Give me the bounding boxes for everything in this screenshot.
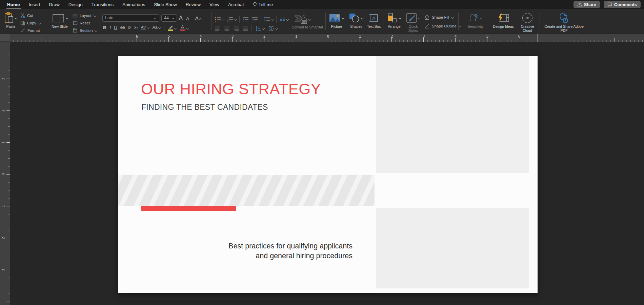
font-name-select[interactable]: Lato <box>102 14 159 22</box>
vertical-ruler[interactable]: 3210123 <box>0 42 10 305</box>
shape-fill-button[interactable]: Shape Fill <box>424 15 461 20</box>
picture-dropdown-chevron[interactable] <box>342 17 344 19</box>
adobe-pdf-button[interactable]: Create and Share Adobe PDF <box>542 12 586 33</box>
menu-tab-draw[interactable]: Draw <box>44 0 64 9</box>
new-slide-button[interactable]: New Slide <box>49 12 70 29</box>
shape-outline-icon <box>424 23 430 28</box>
picture-button[interactable]: Picture <box>327 12 346 29</box>
shape-outline-dropdown-chevron[interactable] <box>459 25 461 27</box>
clear-formatting-button[interactable]: A◇ <box>195 15 202 21</box>
new-slide-icon <box>51 13 65 23</box>
copy-dropdown-chevron[interactable] <box>38 22 41 24</box>
slide-title[interactable]: OUR HIRING STRATEGY <box>141 80 321 98</box>
increase-indent-button[interactable] <box>251 17 258 22</box>
font-color-button[interactable]: A <box>180 25 189 31</box>
numbering-button[interactable]: 123 <box>227 17 237 22</box>
slide-body-text[interactable]: Best practices for qualifying applicants… <box>228 241 353 261</box>
text-highlight-button[interactable] <box>167 25 177 31</box>
font-group-row2: B I U ab x² x₂ AV Aa A <box>103 25 189 32</box>
subscript-button[interactable]: x₂ <box>134 25 138 30</box>
underline-button[interactable]: U <box>114 25 117 30</box>
align-right-button[interactable] <box>233 26 239 31</box>
line-spacing-button[interactable] <box>264 17 274 22</box>
section-dropdown-chevron[interactable] <box>95 29 97 32</box>
layout-button[interactable]: Layout <box>73 13 97 18</box>
h-ruler-label: 4 <box>455 34 457 39</box>
convert-smartart-button[interactable] <box>294 14 311 24</box>
share-button[interactable]: Share <box>573 1 600 8</box>
menu-tab-animations[interactable]: Animations <box>118 0 149 9</box>
copy-button[interactable]: Copy <box>20 20 41 25</box>
reset-icon <box>73 21 78 25</box>
slide-subtitle[interactable]: FINDING THE BEST CANDIDATES <box>141 103 268 112</box>
strikethrough-button[interactable]: ab <box>120 25 125 30</box>
arrange-button[interactable]: Arrange <box>385 12 403 29</box>
menu-tab-insert[interactable]: Insert <box>24 0 45 9</box>
section-button[interactable]: Section <box>73 28 97 33</box>
align-left-button[interactable] <box>215 26 221 31</box>
editing-canvas[interactable]: OUR HIRING STRATEGY FINDING THE BEST CAN… <box>10 42 644 305</box>
menu-tab-tell-me[interactable]: Tell me <box>248 0 278 9</box>
clipboard-group: Cut Copy Format <box>20 13 41 35</box>
menu-tab-slide-show[interactable]: Slide Show <box>149 0 181 9</box>
increase-font-size-button[interactable]: Aˆ <box>179 15 184 21</box>
menu-tab-home[interactable]: Home <box>3 0 24 9</box>
menu-bar: Home Insert Draw Design Transitions Anim… <box>0 0 644 9</box>
menu-tab-view[interactable]: View <box>205 0 224 9</box>
menu-tab-design[interactable]: Design <box>64 0 87 9</box>
arrange-dropdown-chevron[interactable] <box>399 17 401 19</box>
slide-1[interactable]: OUR HIRING STRATEGY FINDING THE BEST CAN… <box>118 56 538 293</box>
slide-bottom-right-placeholder[interactable] <box>376 208 529 288</box>
change-case-button[interactable]: Aa <box>153 25 161 30</box>
text-box-button[interactable]: A Text Box <box>366 12 382 29</box>
italic-button[interactable]: I <box>109 25 111 30</box>
bullets-button[interactable] <box>215 17 224 22</box>
superscript-button[interactable]: x² <box>128 25 131 30</box>
font-size-select[interactable]: 44 <box>161 14 177 22</box>
group-divider <box>193 15 193 21</box>
align-text-button[interactable] <box>268 26 278 31</box>
shape-outline-button[interactable]: Shape Outline <box>424 23 461 28</box>
new-slide-dropdown-chevron[interactable] <box>66 17 68 19</box>
quick-styles-button[interactable]: Quick Styles <box>405 12 422 33</box>
bold-button[interactable]: B <box>103 25 106 30</box>
decrease-font-size-button[interactable]: Aˇ <box>186 15 190 21</box>
menu-tab-review[interactable]: Review <box>181 0 205 9</box>
slides-group: Layout Reset Section <box>73 13 97 35</box>
layout-dropdown-chevron[interactable] <box>94 14 96 17</box>
paste-dropdown-chevron[interactable] <box>15 17 18 19</box>
shape-fill-dropdown-chevron[interactable] <box>451 16 454 19</box>
h-ruler-label: 6 <box>518 34 521 39</box>
align-center-button[interactable] <box>224 26 230 31</box>
format-brush-icon <box>20 28 25 33</box>
decrease-indent-button[interactable] <box>242 17 249 22</box>
quick-styles-dropdown-chevron[interactable] <box>418 17 421 19</box>
h-ruler-label: 3 <box>232 34 234 39</box>
cut-button[interactable]: Cut <box>20 13 41 18</box>
menu-tab-acrobat[interactable]: Acrobat <box>224 0 248 9</box>
slide-top-right-placeholder[interactable] <box>376 56 529 173</box>
columns-button[interactable] <box>279 17 289 22</box>
slide-red-accent-bar[interactable] <box>141 206 236 211</box>
h-ruler-label: 3 <box>423 34 425 39</box>
h-ruler-label: 4 <box>200 34 202 39</box>
shapes-dropdown-chevron[interactable] <box>361 17 364 19</box>
format-painter-button[interactable]: Format <box>20 28 41 33</box>
ribbon-divider <box>458 13 459 30</box>
design-ideas-button[interactable]: Design Ideas <box>493 12 514 29</box>
menu-tab-transitions[interactable]: Transitions <box>87 0 118 9</box>
sensitivity-button[interactable]: Sensitivity <box>463 12 488 29</box>
v-ruler-label: 3 <box>1 269 5 271</box>
shapes-button[interactable]: Shapes <box>348 12 365 29</box>
character-spacing-button[interactable]: AV <box>141 25 149 29</box>
h-ruler-label: 1 <box>295 34 298 39</box>
creative-cloud-button[interactable]: ∞ Creative Cloud <box>518 12 537 33</box>
comments-button[interactable]: Comments <box>604 1 641 8</box>
reset-button[interactable]: Reset <box>73 20 97 25</box>
sensitivity-dropdown-chevron[interactable] <box>480 17 483 19</box>
paste-button[interactable]: Paste <box>3 12 19 29</box>
text-direction-button[interactable]: A <box>255 26 265 32</box>
slide-watermark-strip[interactable] <box>118 175 375 206</box>
horizontal-ruler[interactable]: 6543210123456 <box>10 34 644 42</box>
justify-button[interactable] <box>242 26 248 31</box>
